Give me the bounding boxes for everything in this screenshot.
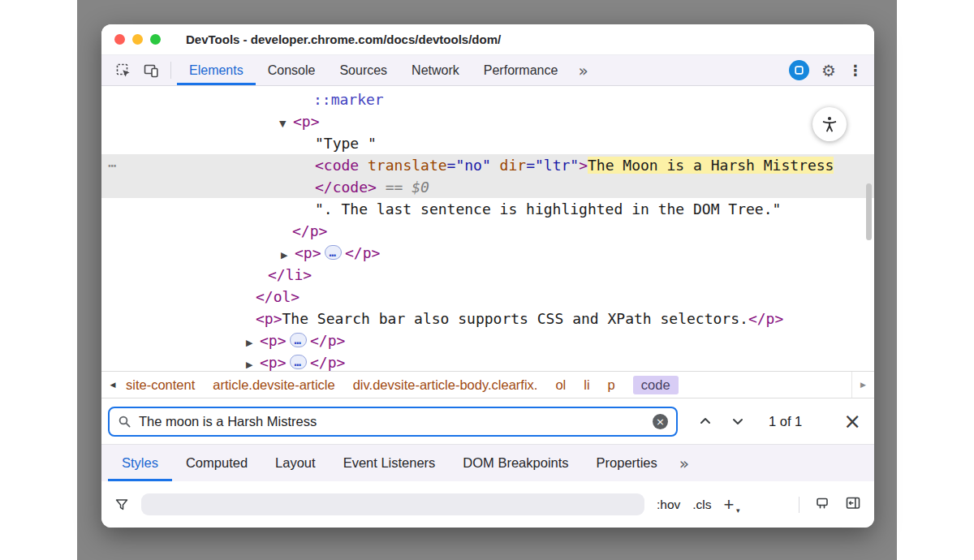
breadcrumb-item-article-devsite-article[interactable]: article.devsite-article: [213, 377, 334, 393]
chevron-down-icon[interactable]: [731, 415, 744, 428]
code-segment: <p>: [260, 354, 287, 371]
tab-sources[interactable]: Sources: [327, 55, 399, 85]
collapse-arrow-icon[interactable]: ▼: [279, 113, 293, 135]
window-title: DevTools - developer.chrome.com/docs/dev…: [186, 32, 501, 46]
code-segment: </p>: [292, 222, 327, 239]
dom-tree-row[interactable]: </p>: [101, 220, 874, 242]
code-segment: </p>: [748, 310, 783, 327]
styles-filter-input[interactable]: [141, 493, 644, 515]
code-segment: <p>: [256, 310, 282, 327]
breadcrumb-item-p[interactable]: p: [608, 377, 615, 393]
code-segment: The Search bar also supports CSS and XPa…: [282, 310, 748, 327]
code-segment: ="ltr": [526, 157, 579, 174]
breadcrumb-bar: ◀ site-contentarticle.devsite-articlediv…: [101, 371, 874, 398]
expand-arrow-icon[interactable]: ▶: [246, 354, 260, 371]
code-segment: "Type ": [315, 135, 377, 152]
maximize-window-button[interactable]: [150, 34, 161, 45]
code-segment: ::marker: [313, 91, 384, 108]
expand-arrow-icon[interactable]: ▶: [246, 332, 260, 354]
search-icon: [118, 415, 131, 429]
code-segment: …: [325, 245, 342, 260]
dom-tree-row[interactable]: ⋯<code translate="no" dir="ltr">The Moon…: [101, 154, 874, 176]
search-input[interactable]: [139, 414, 645, 429]
tab-console[interactable]: Console: [256, 55, 328, 85]
kebab-menu-icon[interactable]: ⋮: [848, 62, 863, 79]
breadcrumb-item-li[interactable]: li: [584, 377, 589, 393]
tab-network[interactable]: Network: [399, 55, 472, 85]
code-segment: The Moon is a Harsh Mistress: [588, 157, 834, 174]
code-segment: ". The last sentence is highlighted in t…: [315, 200, 781, 218]
settings-gear-icon[interactable]: ⚙: [821, 61, 836, 80]
toolbar-right-icons: ⚙ ⋮: [789, 55, 866, 85]
dom-tree-row[interactable]: </code> == $0: [101, 176, 874, 198]
breadcrumb-item-site-content[interactable]: site-content: [126, 377, 195, 393]
code-segment: …: [290, 355, 307, 369]
styles-toolbar-right: [799, 495, 861, 515]
dom-tree-row[interactable]: ▼<p>: [101, 110, 874, 132]
breadcrumb-item-ol[interactable]: ol: [555, 377, 566, 393]
plug-icon[interactable]: [814, 495, 830, 515]
minimize-window-button[interactable]: [132, 34, 143, 45]
toggle-hover-state-button[interactable]: :hov: [657, 498, 680, 512]
code-segment: …: [290, 333, 307, 347]
styles-toolbar-divider: [799, 497, 799, 513]
tab-event-listeners[interactable]: Event Listeners: [330, 445, 450, 481]
device-toolbar-icon[interactable]: [137, 55, 165, 85]
breadcrumb-item-div-devsite-article-body-clearfix-[interactable]: div.devsite-article-body.clearfix.: [353, 377, 538, 393]
plus-icon: +: [724, 494, 735, 515]
code-segment: <p>: [260, 332, 287, 349]
dom-tree-row[interactable]: ▶<p>…</p>: [101, 242, 874, 264]
dom-tree-row[interactable]: </ol>: [101, 286, 874, 308]
popout-icon[interactable]: [789, 60, 809, 80]
close-search-icon[interactable]: ×: [843, 411, 861, 432]
main-tabs: ElementsConsoleSourcesNetworkPerformance: [177, 55, 570, 85]
dom-tree-panel: ::marker▼<p>"Type "⋯<code translate="no"…: [101, 86, 874, 371]
code-segment: ="no": [447, 157, 491, 174]
tab-performance[interactable]: Performance: [472, 55, 571, 85]
tab-elements[interactable]: Elements: [177, 55, 256, 85]
devtools-window: DevTools - developer.chrome.com/docs/dev…: [101, 24, 874, 528]
titlebar: DevTools - developer.chrome.com/docs/dev…: [101, 24, 874, 54]
breadcrumb-scroll-left-icon[interactable]: ◀: [101, 372, 124, 398]
more-panel-tabs-icon[interactable]: »: [671, 445, 697, 481]
code-segment: </p>: [310, 332, 345, 349]
code-segment: </p>: [345, 244, 380, 261]
panel-tabs: StylesComputedLayoutEvent ListenersDOM B…: [108, 445, 671, 481]
dom-tree-row[interactable]: ▶<p>…</p>: [101, 330, 874, 351]
accessibility-button[interactable]: [812, 107, 847, 141]
filter-funnel-icon[interactable]: [114, 498, 129, 512]
tab-dom-breakpoints[interactable]: DOM Breakpoints: [449, 445, 582, 481]
dom-tree-row[interactable]: ::marker: [101, 88, 874, 110]
breadcrumb-list: site-contentarticle.devsite-articlediv.d…: [126, 376, 679, 394]
clear-search-icon[interactable]: ×: [653, 414, 668, 429]
dom-tree-row[interactable]: ▶<p>…</p>: [101, 351, 874, 371]
tab-computed[interactable]: Computed: [172, 445, 261, 481]
expand-arrow-icon[interactable]: ▶: [281, 244, 295, 266]
search-results-count: 1 of 1: [769, 414, 802, 429]
tab-layout[interactable]: Layout: [261, 445, 330, 481]
code-segment: </p>: [310, 354, 345, 371]
tab-styles[interactable]: Styles: [108, 445, 172, 481]
more-tabs-icon[interactable]: »: [570, 55, 596, 85]
inspect-element-icon[interactable]: [110, 55, 137, 85]
new-style-rule-button[interactable]: + ▾: [724, 496, 735, 514]
breadcrumb-item-code[interactable]: code: [633, 376, 679, 394]
row-overflow-ellipsis-icon[interactable]: ⋯: [108, 154, 118, 176]
toggle-sidebar-icon[interactable]: [845, 495, 861, 515]
find-bar: × 1 of 1 ×: [101, 398, 874, 444]
styles-toolbar: :hov .cls + ▾: [101, 481, 874, 528]
code-segment: <code: [315, 157, 368, 174]
close-window-button[interactable]: [114, 34, 125, 45]
dom-tree-row[interactable]: <p>The Search bar also supports CSS and …: [101, 308, 874, 330]
dom-tree-row[interactable]: ". The last sentence is highlighted in t…: [101, 198, 874, 220]
dom-tree-row[interactable]: "Type ": [101, 132, 874, 154]
code-segment: <p>: [293, 113, 320, 130]
code-segment: >: [579, 157, 588, 174]
code-segment: [491, 157, 500, 174]
vertical-scrollbar[interactable]: [866, 183, 872, 240]
breadcrumb-scroll-right-icon[interactable]: ▶: [851, 372, 874, 398]
dom-tree-row[interactable]: </li>: [101, 264, 874, 286]
tab-properties[interactable]: Properties: [583, 445, 671, 481]
toggle-class-button[interactable]: .cls: [692, 498, 711, 512]
chevron-up-icon[interactable]: [699, 415, 712, 428]
